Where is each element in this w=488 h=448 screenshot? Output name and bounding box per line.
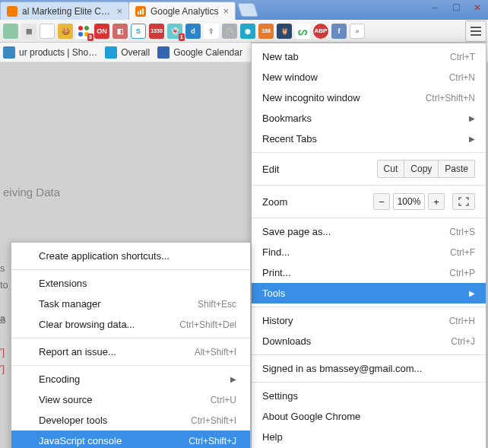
chevron-right-icon: ▶	[469, 114, 475, 122]
tab-title: Google Analytics	[151, 6, 218, 17]
close-icon[interactable]: ×	[116, 6, 122, 16]
submenu-javascript-console[interactable]: JavaScript consoleCtrl+Shift+J	[11, 431, 250, 448]
badge: 1	[179, 33, 185, 41]
paste-button[interactable]: Paste	[438, 160, 474, 177]
toolbar: ▦ 🍪 3 ON ◧ S 1330 👻 1 d ⇪ 🐘 ◉ 108 🦉 ᔕ AB…	[0, 20, 488, 43]
menu-history[interactable]: HistoryCtrl+H	[252, 310, 486, 331]
bookmark-label: ur products | Sho…	[19, 47, 97, 58]
menu-separator	[11, 365, 250, 366]
menu-separator	[252, 354, 486, 355]
menu-find[interactable]: Find...Ctrl+F	[252, 242, 486, 262]
extension-icon[interactable]: ◉	[240, 24, 255, 39]
menu-separator	[252, 152, 486, 153]
maximize-button[interactable]: ☐	[445, 0, 467, 15]
extension-icon[interactable]	[3, 24, 18, 39]
tab-analytics[interactable]: Google Analytics ×	[128, 2, 236, 20]
extension-icon[interactable]: f	[331, 24, 347, 39]
zoom-in-button[interactable]: +	[428, 193, 445, 210]
submenu-task-manager[interactable]: Task managerShift+Esc	[11, 294, 250, 314]
bookmark-item[interactable]: Google Calendar	[157, 46, 242, 59]
extension-icon[interactable]: ⇪	[204, 24, 219, 39]
bg-receiving-text: eiving Data	[3, 186, 60, 199]
chevron-right-icon: ▶	[230, 375, 236, 383]
menu-separator	[252, 307, 486, 307]
svg-point-7	[78, 32, 83, 37]
svg-point-6	[84, 26, 89, 30]
submenu-view-source[interactable]: View sourceCtrl+U	[11, 389, 250, 410]
menu-separator	[252, 218, 486, 218]
menu-new-window[interactable]: New windowCtrl+N	[252, 67, 486, 87]
menu-print[interactable]: Print...Ctrl+P	[252, 262, 486, 283]
menu-save-page[interactable]: Save page as...Ctrl+S	[252, 221, 486, 242]
menu-tools[interactable]: Tools▶	[252, 283, 486, 303]
extension-icon[interactable]: 🐘	[222, 24, 237, 39]
extension-icon[interactable]: 🦉	[277, 24, 292, 39]
menu-recent-tabs[interactable]: Recent Tabs▶	[252, 129, 486, 149]
window-controls: ─ ☐ ✕	[424, 0, 488, 15]
extension-icon[interactable]: 👻 1	[167, 24, 182, 39]
favicon-icon	[135, 6, 146, 17]
submenu-encoding[interactable]: Encoding▶	[11, 369, 250, 389]
fullscreen-button[interactable]	[452, 193, 475, 210]
cut-button[interactable]: Cut	[378, 160, 404, 177]
extension-icon[interactable]: 108	[258, 24, 274, 39]
badge: 3	[87, 33, 93, 41]
close-window-button[interactable]: ✕	[467, 0, 488, 15]
bookmark-icon	[105, 46, 117, 59]
menu-edit-row: Edit Cut Copy Paste	[252, 156, 486, 182]
svg-point-5	[78, 26, 83, 30]
menu-separator	[252, 185, 486, 186]
tab-title: al Marketing Elite Ca…	[22, 6, 112, 17]
extension-icon[interactable]: ◧	[112, 24, 128, 39]
extension-icon[interactable]: ᔕ	[295, 24, 310, 39]
extension-icon[interactable]: ON	[94, 24, 109, 39]
menu-new-tab[interactable]: New tabCtrl+T	[252, 46, 486, 67]
extension-icon[interactable]: d	[185, 24, 201, 39]
calendar-icon	[157, 46, 170, 59]
bookmark-icon	[3, 46, 15, 59]
submenu-extensions[interactable]: Extensions	[11, 273, 250, 294]
main-menu: New tabCtrl+T New windowCtrl+N New incog…	[251, 43, 486, 448]
tab-strip: al Marketing Elite Ca… × Google Analytic…	[0, 0, 488, 20]
svg-rect-4	[142, 8, 144, 14]
menu-bookmarks[interactable]: Bookmarks▶	[252, 108, 486, 129]
extension-icon[interactable]: 3	[76, 24, 91, 39]
menu-separator	[11, 338, 250, 338]
submenu-clear-browsing[interactable]: Clear browsing data...Ctrl+Shift+Del	[11, 314, 250, 335]
extension-icon[interactable]: 1330	[149, 24, 164, 39]
tools-submenu: Create application shortcuts... Extensio…	[11, 242, 251, 448]
menu-signed-in[interactable]: Signed in as bmassey@gmail.com...	[252, 358, 486, 379]
new-tab-button[interactable]	[237, 3, 258, 17]
extension-icon[interactable]	[40, 24, 55, 39]
menu-separator	[11, 269, 250, 270]
hamburger-menu-button[interactable]	[465, 21, 486, 42]
extension-icon[interactable]: S	[131, 24, 146, 39]
menu-about[interactable]: About Google Chrome	[252, 406, 486, 427]
menu-settings[interactable]: Settings	[252, 386, 486, 406]
submenu-developer-tools[interactable]: Developer toolsCtrl+Shift+I	[11, 410, 250, 431]
extension-icon[interactable]: 🍪	[58, 24, 73, 39]
menu-help[interactable]: Help	[252, 427, 486, 447]
bookmark-item[interactable]: Overall	[105, 46, 150, 59]
extension-icon[interactable]: ▦	[21, 24, 36, 39]
extension-icon[interactable]: »	[350, 24, 365, 39]
bookmark-label: Google Calendar	[173, 47, 242, 58]
zoom-value: 100%	[393, 193, 425, 210]
bg-edge-text: sto a'] ']	[0, 260, 8, 377]
tab-marketing[interactable]: al Marketing Elite Ca… ×	[0, 2, 129, 20]
bookmark-label: Overall	[121, 47, 150, 58]
bookmark-item[interactable]: ur products | Sho…	[3, 46, 97, 59]
menu-new-incognito[interactable]: New incognito windowCtrl+Shift+N	[252, 87, 486, 108]
close-icon[interactable]: ×	[223, 6, 229, 16]
minimize-button[interactable]: ─	[424, 0, 445, 15]
menu-downloads[interactable]: DownloadsCtrl+J	[252, 331, 486, 351]
submenu-report-issue[interactable]: Report an issue...Alt+Shift+I	[11, 342, 250, 362]
zoom-out-button[interactable]: −	[373, 193, 390, 210]
submenu-create-shortcuts[interactable]: Create application shortcuts...	[11, 246, 250, 266]
extension-icon[interactable]: ABP	[313, 24, 328, 39]
menu-zoom-row: Zoom − 100% +	[252, 189, 486, 214]
svg-rect-3	[140, 10, 141, 14]
copy-button[interactable]: Copy	[404, 160, 438, 177]
svg-rect-2	[138, 11, 139, 14]
favicon-icon	[7, 6, 17, 17]
